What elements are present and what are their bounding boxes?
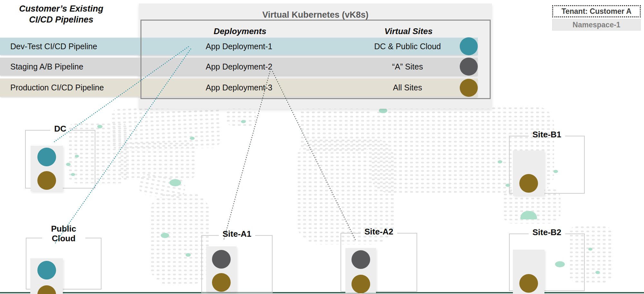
pipelines-title-line2: CI/CD Pipelines — [10, 14, 113, 25]
site-a2-card — [345, 248, 376, 293]
pipelines-title: Customer’s Existing CI/CD Pipelines — [10, 3, 113, 25]
site-public-cloud: Public Cloud — [26, 228, 101, 289]
deployment-3-site-dot-icon — [460, 79, 478, 97]
site-b2: Site-B2 — [509, 229, 585, 291]
deployment-2-pod-icon — [212, 250, 231, 269]
row-dev-test-deployment-1: Dev-Test CI/CD Pipeline App Deployment-1… — [0, 38, 478, 55]
pipeline-label-staging: Staging A/B Pipeline — [10, 58, 83, 76]
deployment-3-pod-icon — [351, 275, 370, 293]
map-accent-dot — [186, 253, 191, 257]
deployment-2-site-dot-icon — [460, 58, 478, 76]
site-public-cloud-card — [30, 258, 63, 294]
map-accent-dot — [161, 233, 169, 238]
site-a1-card — [206, 246, 236, 292]
deployment-1-site-dot-icon — [460, 37, 478, 55]
deployment-3-virtual-sites: All Sites — [349, 78, 466, 97]
pipelines-title-line1: Customer’s Existing — [10, 3, 113, 14]
deployment-1-label: App Deployment-1 — [140, 38, 338, 55]
deployment-2-virtual-sites: “A” Sites — [349, 58, 466, 76]
namespace-badge: Namespace-1 — [552, 19, 641, 31]
deployment-2-label: App Deployment-2 — [140, 58, 338, 76]
map-accent-dot — [588, 248, 592, 251]
map-dot-patch — [226, 106, 256, 127]
tenant-label: Tenant: Customer A — [562, 7, 631, 16]
map-accent-dot — [595, 271, 600, 274]
deployment-2-pod-icon — [351, 250, 370, 269]
site-b2-label: Site-B2 — [529, 227, 565, 237]
deployment-1-pod-icon — [37, 148, 56, 166]
deployment-3-pod-icon — [37, 285, 56, 294]
deployment-3-pod-icon — [519, 274, 538, 293]
map-accent-dot — [498, 160, 502, 163]
map-dot-patch — [150, 193, 209, 285]
site-a2: Site-A2 — [341, 228, 417, 292]
map-accent-dot — [169, 179, 181, 186]
deployment-3-pod-icon — [37, 171, 56, 190]
deployment-3-label: App Deployment-3 — [140, 78, 338, 97]
pipeline-label-production: Production CI/CD Pipeline — [10, 78, 104, 97]
row-production-deployment-3: Production CI/CD Pipeline App Deployment… — [0, 78, 478, 97]
map-accent-dot — [379, 108, 387, 113]
map-accent-dot — [241, 120, 246, 123]
site-public-cloud-label: Public Cloud — [42, 224, 85, 243]
site-b2-card — [513, 250, 544, 294]
namespace-label: Namespace-1 — [572, 21, 620, 29]
site-dc: DC — [25, 125, 95, 188]
deployment-1-pod-icon — [37, 261, 56, 280]
site-a1-label: Site-A1 — [219, 229, 255, 239]
deployment-3-pod-icon — [212, 273, 231, 292]
site-a1: Site-A1 — [201, 231, 273, 293]
site-a2-label: Site-A2 — [360, 227, 397, 236]
map-accent-dot — [97, 125, 102, 128]
deployment-3-pod-icon — [519, 174, 538, 193]
row-staging-deployment-2: Staging A/B Pipeline App Deployment-2 “A… — [0, 58, 478, 76]
pipeline-label-dev-test: Dev-Test CI/CD Pipeline — [10, 38, 97, 55]
tenant-badge: Tenant: Customer A — [552, 5, 641, 17]
site-dc-card — [31, 146, 63, 191]
site-b1-label: Site-B1 — [529, 130, 565, 139]
site-b1: Site-B1 — [509, 131, 585, 194]
map-accent-dot — [190, 137, 195, 140]
site-dc-label: DC — [50, 124, 70, 133]
vk8s-panel-title: Virtual Kubernetes (vK8s) — [139, 10, 492, 20]
deployment-1-virtual-sites: DC & Public Cloud — [349, 38, 466, 55]
site-b1-card — [513, 151, 544, 196]
slide-bottom-rule — [0, 292, 644, 293]
